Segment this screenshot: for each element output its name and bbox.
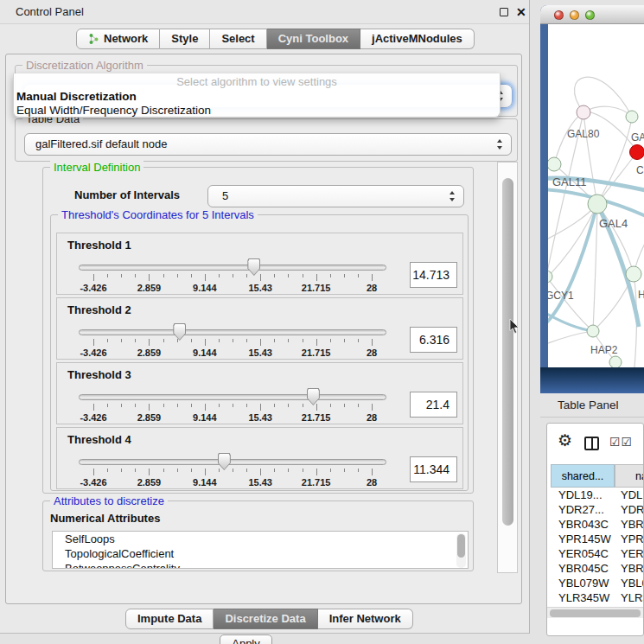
table-row[interactable]: YER054CYER0: [547, 546, 644, 561]
slider-tick: [330, 469, 331, 472]
slider-tick: [219, 339, 220, 342]
tab-top-cyni-toolbox[interactable]: Cyni Toolbox: [267, 29, 360, 49]
attribute-item-topologicalcoefficient[interactable]: TopologicalCoefficient: [53, 546, 468, 561]
tab-label: Select: [221, 29, 254, 48]
tab-top-network[interactable]: Network: [76, 29, 160, 49]
threshold-value-input[interactable]: 14.713: [410, 262, 457, 288]
threshold-slider-track[interactable]: [79, 394, 386, 400]
slider-tick: [246, 469, 247, 472]
table-row[interactable]: YDR27...YDR2: [547, 502, 644, 517]
threshold-panel-4: Threshold 4-3.4262.8599.14415.4321.71528…: [56, 427, 463, 489]
tab-label: Infer Network: [329, 609, 401, 628]
network-node[interactable]: [577, 105, 590, 119]
attribute-item-betweennesscentrality[interactable]: BetweennessCentrality: [53, 561, 468, 569]
network-node[interactable]: [587, 325, 599, 337]
scrollbar-thumb[interactable]: [457, 534, 465, 558]
threshold-slider-thumb[interactable]: [247, 258, 260, 276]
table-row[interactable]: YDL19...YDL1: [547, 488, 644, 502]
network-node-label: C: [636, 164, 644, 176]
attributes-list-scrollbar[interactable]: [456, 533, 466, 568]
network-edge[interactable]: [548, 204, 597, 284]
slider-tick-label: 21.715: [302, 283, 331, 293]
table-data-combobox-value: galFiltered.sif default node: [35, 134, 167, 155]
cyni-toolbox-panel: Discretization Algorithm Select algorith…: [5, 54, 522, 604]
threshold-value-input[interactable]: 11.344: [410, 456, 457, 482]
combo-stepper-icon: [497, 139, 503, 150]
apply-button[interactable]: Apply: [220, 634, 272, 644]
tab-top-style[interactable]: Style: [160, 29, 210, 49]
network-edge[interactable]: [597, 117, 632, 204]
network-node[interactable]: [626, 111, 638, 123]
number-of-intervals-combobox[interactable]: 5: [207, 185, 464, 207]
slider-tick: [163, 339, 164, 342]
column-header-name[interactable]: na: [615, 464, 644, 488]
scrollbar-thumb[interactable]: [550, 609, 641, 617]
slider-tick: [107, 469, 108, 472]
threshold-slider-track[interactable]: [79, 329, 386, 335]
network-graph[interactable]: GAL80GACGAL11GAL4GCY1HHAP2: [548, 24, 644, 367]
threshold-panel-2: Threshold 2-3.4262.8599.14415.4321.71528…: [56, 297, 463, 360]
threshold-slider-thumb[interactable]: [173, 323, 186, 341]
attribute-item-selfloops[interactable]: SelfLoops: [53, 532, 468, 546]
threshold-label: Threshold 4: [67, 433, 131, 446]
tab-label: Network: [104, 29, 148, 48]
network-canvas[interactable]: GAL80GACGAL11GAL4GCY1HHAP2: [548, 24, 644, 367]
column-layout-icon[interactable]: [584, 437, 599, 450]
tab-bottom-discretize-data[interactable]: Discretize Data: [214, 609, 317, 629]
network-node[interactable]: [548, 157, 561, 171]
settings-vertical-scrollbar[interactable]: [497, 162, 518, 573]
tab-top-select[interactable]: Select: [210, 29, 266, 49]
algorithm-option-equal-width-frequency-discretization[interactable]: Equal Width/Frequency Discretization: [14, 104, 500, 118]
slider-tick-labels: -3.4262.8599.14415.4321.71528: [93, 348, 372, 358]
threshold-value-input[interactable]: 6.316: [410, 327, 457, 353]
threshold-value-input[interactable]: 21.4: [410, 392, 457, 418]
network-edge[interactable]: [548, 331, 593, 346]
slider-tick: [344, 469, 345, 472]
threshold-slider-thumb[interactable]: [218, 453, 231, 470]
close-icon[interactable]: ✕: [516, 4, 526, 20]
slider-tick: [149, 469, 150, 475]
table-horizontal-scrollbar[interactable]: [547, 607, 644, 618]
top-tab-bar: NetworkStyleSelectCyni ToolboxjActiveMNo…: [76, 29, 475, 49]
tab-top-jactivemnodules[interactable]: jActiveMNodules: [360, 29, 475, 49]
scrollbar-thumb[interactable]: [502, 178, 513, 526]
algorithm-option-manual-discretization[interactable]: Manual Discretization: [14, 90, 500, 104]
network-node[interactable]: [630, 145, 644, 160]
table-data-combobox[interactable]: galFiltered.sif default node: [24, 133, 512, 156]
cell-shared-name: YDL19...: [558, 488, 603, 502]
slider-tick: [93, 339, 94, 346]
threshold-slider-track[interactable]: [79, 265, 386, 271]
network-node[interactable]: [609, 356, 622, 367]
table-row[interactable]: YBR043CYBR0: [547, 517, 644, 532]
slider-tick-labels: -3.4262.8599.14415.4321.71528: [93, 283, 372, 293]
zoom-traffic-light-icon[interactable]: [585, 10, 595, 20]
table-row[interactable]: YBL079WYBL0: [547, 576, 644, 590]
tab-bottom-impute-data[interactable]: Impute Data: [125, 609, 214, 629]
threshold-slider-track[interactable]: [79, 459, 386, 465]
cell-name: YBR0: [621, 517, 644, 532]
table-row[interactable]: YPR145WYPR1: [547, 532, 644, 546]
numerical-attributes-list[interactable]: SelfLoopsTopologicalCoefficientBetweenne…: [52, 531, 469, 569]
tab-bottom-infer-network[interactable]: Infer Network: [318, 609, 413, 629]
table-row[interactable]: YLR345WYLR3: [547, 590, 644, 605]
settings-gear-icon[interactable]: ⚙: [558, 430, 572, 450]
cell-shared-name: YBR043C: [558, 517, 609, 532]
close-traffic-light-icon[interactable]: [554, 10, 564, 20]
threshold-slider-thumb[interactable]: [307, 388, 320, 405]
network-node[interactable]: [626, 266, 641, 282]
slider-tick: [93, 274, 94, 281]
minimize-traffic-light-icon[interactable]: [570, 10, 579, 20]
network-node[interactable]: [588, 194, 607, 214]
slider-tick: [358, 339, 359, 342]
table-row[interactable]: YBR045CYBR0: [547, 561, 644, 576]
slider-tick: [372, 404, 373, 411]
column-header-shared[interactable]: shared...: [551, 464, 615, 488]
slider-tick-label: 15.43: [248, 477, 272, 488]
network-edge[interactable]: [583, 112, 597, 204]
control-panel-title: Control Panel: [16, 0, 84, 24]
slider-tick: [372, 274, 373, 281]
checkbox-icons[interactable]: ☑☑: [609, 435, 633, 449]
slider-tick: [316, 469, 317, 475]
float-window-icon[interactable]: [500, 8, 508, 16]
thresholds-group-title: Threshold's Coordinates for 5 Intervals: [58, 208, 258, 221]
